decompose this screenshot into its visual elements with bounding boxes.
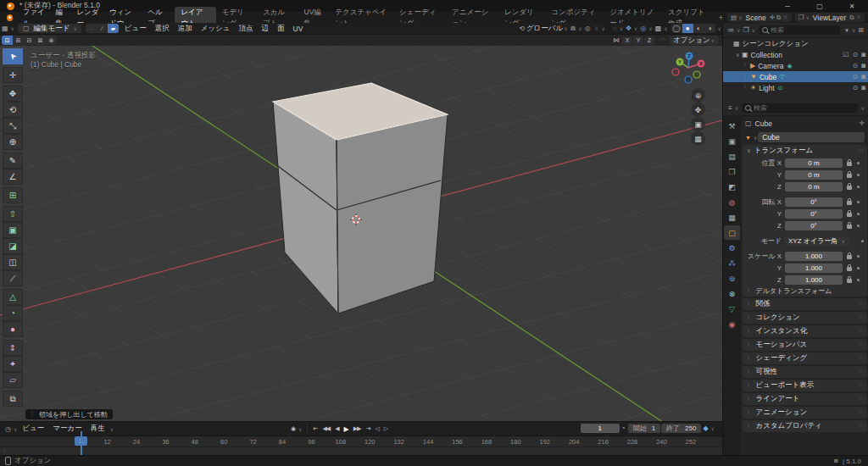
panel-grip-icon[interactable]: ∷ xyxy=(860,396,863,402)
object-name-field[interactable]: Cube xyxy=(758,132,865,142)
tool-move[interactable]: ✥ xyxy=(3,86,23,102)
tab-data[interactable]: ▽ xyxy=(724,302,740,316)
outliner-filter-image-icon[interactable]: ❐ xyxy=(741,26,750,34)
vertex-select-button[interactable]: ∙ xyxy=(86,24,97,33)
outliner-row-collection[interactable]: ∨▣Collection☑⊙◙ xyxy=(723,49,868,60)
tool-shrink-fatten[interactable]: ✦ xyxy=(3,356,23,372)
tool-cursor[interactable]: ✛ xyxy=(3,67,23,83)
channel-expander[interactable]: 〉 xyxy=(3,447,8,455)
select-extend-button[interactable]: ⊞ xyxy=(13,36,24,45)
lock-icon[interactable] xyxy=(847,267,852,271)
shading-solid-button[interactable]: ● xyxy=(682,24,693,33)
rotation-mode-dropdown[interactable]: XYZ オイラー角∨ xyxy=(785,236,849,246)
toggle-xray-icon[interactable]: ▩ xyxy=(654,25,664,32)
panel-grip-icon[interactable]: ∷ xyxy=(860,314,863,321)
next-frame-button[interactable]: ▷ xyxy=(381,425,390,432)
outliner-label[interactable]: シーンコレクション xyxy=(743,39,809,49)
eye-icon[interactable]: ⊙ xyxy=(852,62,858,69)
transform-value-field[interactable]: 1.000 xyxy=(785,264,843,273)
viewport-menu-追加[interactable]: 追加 xyxy=(174,24,197,34)
transform-value-field[interactable]: 0 m xyxy=(785,182,843,191)
tab-particles[interactable]: ⁂ xyxy=(724,256,740,270)
tool-shear[interactable]: ▱ xyxy=(3,372,23,388)
expander-icon[interactable]: 〉 xyxy=(743,84,750,92)
face-select-button[interactable]: ▰ xyxy=(108,24,119,33)
new-viewlayer-icon[interactable]: ⧉ xyxy=(849,14,854,22)
cube-mesh[interactable] xyxy=(273,83,448,313)
timeline-menu-ビュー[interactable]: ビュー xyxy=(18,424,48,434)
orientation-label[interactable]: グローバル xyxy=(526,24,563,34)
viewlayer-name[interactable]: ViewLayer xyxy=(813,14,847,22)
jump-prev-keyframe-button[interactable]: ◀◀ xyxy=(320,425,332,432)
lock-icon[interactable] xyxy=(847,213,852,217)
orientation-icon[interactable]: ⟲ xyxy=(517,25,526,32)
outliner-search-input[interactable] xyxy=(771,26,837,34)
camera-view-button[interactable]: ▣ xyxy=(691,117,705,131)
outliner-row-scene-collection[interactable]: ▦シーンコレクション xyxy=(723,38,868,49)
tool-smooth[interactable]: ● xyxy=(3,321,23,337)
tool-edge-slide[interactable]: ⇕ xyxy=(3,340,23,356)
tab-physics[interactable]: ⊚ xyxy=(724,271,740,286)
mode-dropdown[interactable]: ▢ 編集モード ∨ xyxy=(18,24,81,33)
maximize-button[interactable]: ▢ xyxy=(804,0,836,12)
viewport-menu-頂点[interactable]: 頂点 xyxy=(235,24,258,34)
camera-visibility-icon[interactable]: ◙ xyxy=(861,62,865,69)
viewport-menu-メッシュ[interactable]: メッシュ xyxy=(197,24,235,34)
section-シェーディング[interactable]: 〉シェーディング∷ xyxy=(743,352,867,364)
section-インスタンス化[interactable]: 〉インスタンス化∷ xyxy=(743,325,867,337)
eye-icon[interactable]: ⊙ xyxy=(852,73,858,80)
preview-range-icon[interactable]: ◔ xyxy=(620,424,627,432)
outliner-display-mode-icon[interactable]: ≔ xyxy=(726,26,736,34)
section-関係[interactable]: 〉関係∷ xyxy=(743,298,867,310)
show-overlays-icon[interactable]: ◎ xyxy=(638,25,648,32)
falloff-icon[interactable]: ∧ xyxy=(593,25,601,32)
camera-visibility-icon[interactable]: ◙ xyxy=(861,51,865,58)
navigation-gizmo[interactable]: Z Y X xyxy=(672,53,705,84)
tool-extrude-region[interactable]: ⇧ xyxy=(3,206,23,222)
animate-dot[interactable] xyxy=(857,174,860,176)
auto-keying-button[interactable]: ◉ xyxy=(288,425,298,432)
play-reverse-button[interactable]: ◀ xyxy=(332,425,341,432)
scene-name[interactable]: Scene xyxy=(746,14,766,22)
mirror-x-button[interactable]: X xyxy=(622,36,632,45)
animate-dot[interactable] xyxy=(861,240,864,242)
viewport-menu-ビュー[interactable]: ビュー xyxy=(120,24,151,34)
panel-grip-icon[interactable]: ∷ xyxy=(860,423,863,430)
keying-set-icon[interactable]: ◆ xyxy=(701,424,709,432)
eye-icon[interactable]: ⊙ xyxy=(852,51,858,58)
render-checkbox[interactable]: ☑ xyxy=(843,51,849,58)
current-frame-field[interactable]: 1 xyxy=(581,424,620,433)
animate-dot[interactable] xyxy=(857,186,860,188)
animate-dot[interactable] xyxy=(857,213,860,215)
close-button[interactable]: ✕ xyxy=(836,0,868,12)
new-scene-icon[interactable]: ⧉ xyxy=(776,14,781,22)
jump-next-keyframe-button[interactable]: ▶▶ xyxy=(351,425,364,432)
animate-dot[interactable] xyxy=(857,162,860,164)
tool-transform[interactable]: ⊕ xyxy=(3,134,23,150)
lock-icon[interactable] xyxy=(847,174,852,178)
properties-search[interactable] xyxy=(742,103,858,113)
object-visibility-icon[interactable]: ◌ xyxy=(611,25,619,32)
shading-wireframe-button[interactable]: ◯ xyxy=(671,24,682,33)
frame-end-field[interactable]: 終了 250 xyxy=(661,424,701,433)
transform-value-field[interactable]: 1.000 xyxy=(785,275,843,285)
tool-rip-region[interactable]: ⧉ xyxy=(3,391,23,407)
tool-annotate[interactable]: ✎ xyxy=(3,153,23,169)
panel-grip-icon[interactable]: ∷ xyxy=(860,147,863,154)
panel-grip-icon[interactable]: ∷ xyxy=(860,328,863,335)
scene-browse-icon[interactable]: ▤ xyxy=(731,14,737,21)
section-ビューポート表示[interactable]: 〉ビューポート表示∷ xyxy=(743,380,867,391)
animate-dot[interactable] xyxy=(857,201,860,203)
editor-type-icon[interactable]: ▦ xyxy=(0,25,10,32)
outliner-row-cube-object[interactable]: 〉▼Cube▽⊙◙ xyxy=(723,71,868,82)
pin-id-icon[interactable]: ✛ xyxy=(859,119,865,127)
tool-measure[interactable]: ∠ xyxy=(3,169,23,185)
lock-icon[interactable] xyxy=(847,162,852,166)
tab-output[interactable]: ▤ xyxy=(724,149,740,164)
prev-frame-button[interactable]: ◁ xyxy=(372,425,381,432)
eye-icon[interactable]: ⊙ xyxy=(852,84,858,92)
mesh-icon[interactable]: ▼ xyxy=(745,135,751,141)
outliner-row-light-object[interactable]: 〉☀Light⊙⊙◙ xyxy=(723,82,868,93)
outliner-search[interactable] xyxy=(759,25,840,35)
panel-grip-icon[interactable]: ∷ xyxy=(860,409,863,416)
